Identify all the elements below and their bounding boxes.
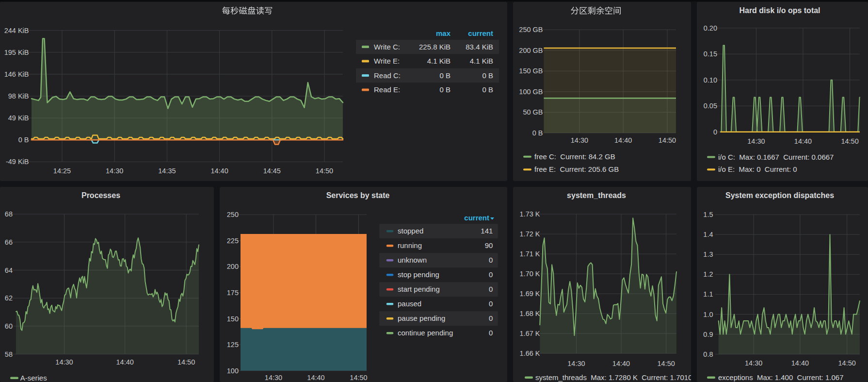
svg-text:-49 KiB: -49 KiB <box>6 158 29 166</box>
svg-text:14:40: 14:40 <box>210 167 228 175</box>
svg-text:64: 64 <box>5 266 13 274</box>
svg-text:14:45: 14:45 <box>263 167 281 175</box>
svg-text:1.72 K: 1.72 K <box>520 230 540 238</box>
svg-text:141: 141 <box>481 227 493 235</box>
svg-text:Processes: Processes <box>81 191 120 199</box>
svg-text:250 GB: 250 GB <box>519 26 543 33</box>
svg-text:Read C:: Read C: <box>374 71 401 80</box>
svg-text:1.73 K: 1.73 K <box>520 210 540 218</box>
svg-text:current: current <box>468 29 493 37</box>
svg-text:running: running <box>398 241 422 249</box>
svg-text:exceptions Max: 1.400 Curren: exceptions Max: 1.400 Current: 1.067 <box>718 373 843 382</box>
svg-text:125: 125 <box>227 341 239 349</box>
svg-text:50 GB: 50 GB <box>523 108 543 116</box>
svg-text:14:40: 14:40 <box>612 360 630 367</box>
svg-text:free C: Current: 84.2 GB: free C: Current: 84.2 GB <box>534 152 615 161</box>
svg-text:14:35: 14:35 <box>158 167 176 175</box>
svg-text:1.2: 1.2 <box>703 270 713 278</box>
svg-text:1.71 K: 1.71 K <box>520 250 540 258</box>
svg-text:0.20: 0.20 <box>704 24 717 32</box>
svg-text:0: 0 <box>489 299 493 308</box>
svg-text:14:30: 14:30 <box>745 359 762 367</box>
svg-text:14:50: 14:50 <box>838 359 856 367</box>
svg-text:0 B: 0 B <box>482 85 493 94</box>
svg-text:1.66 K: 1.66 K <box>520 349 540 357</box>
svg-text:14:50: 14:50 <box>316 167 333 175</box>
svg-text:System exception dispatches: System exception dispatches <box>725 191 834 199</box>
svg-text:stopped: stopped <box>398 227 423 235</box>
svg-text:14:40: 14:40 <box>307 374 324 382</box>
svg-text:current: current <box>464 214 489 222</box>
svg-text:225: 225 <box>227 237 239 245</box>
svg-text:244 KiB: 244 KiB <box>4 27 29 34</box>
svg-text:175: 175 <box>227 289 239 297</box>
svg-text:continue pending: continue pending <box>398 329 453 337</box>
svg-text:14:25: 14:25 <box>53 167 71 175</box>
svg-text:68: 68 <box>5 210 13 218</box>
svg-text:i/o E: Max: 0 Current: 0: i/o E: Max: 0 Current: 0 <box>718 165 797 173</box>
svg-text:system_threads: system_threads <box>567 191 626 199</box>
svg-text:66: 66 <box>5 238 13 246</box>
svg-text:146 KiB: 146 KiB <box>4 70 29 78</box>
svg-text:60: 60 <box>5 322 13 330</box>
svg-text:0.9: 0.9 <box>703 331 713 338</box>
svg-text:stop pending: stop pending <box>398 270 439 279</box>
svg-text:0: 0 <box>489 285 493 293</box>
svg-text:100: 100 <box>227 367 239 375</box>
svg-text:1.68 K: 1.68 K <box>520 310 540 317</box>
svg-text:Write C:: Write C: <box>374 43 400 51</box>
svg-text:0: 0 <box>489 256 493 264</box>
svg-text:paused: paused <box>398 299 421 308</box>
svg-text:14:50: 14:50 <box>350 374 367 382</box>
svg-text:Write E:: Write E: <box>374 57 400 65</box>
svg-text:unknown: unknown <box>398 256 427 264</box>
svg-text:1.4: 1.4 <box>703 231 713 238</box>
svg-text:14:40: 14:40 <box>614 136 632 144</box>
svg-text:14:50: 14:50 <box>659 136 676 144</box>
svg-text:49 KiB: 49 KiB <box>8 114 29 122</box>
svg-text:0.8: 0.8 <box>703 350 713 358</box>
svg-text:max: max <box>436 29 451 37</box>
svg-text:0 B: 0 B <box>532 129 543 137</box>
svg-text:195 KiB: 195 KiB <box>4 49 29 56</box>
svg-text:14:50: 14:50 <box>177 358 195 366</box>
svg-text:98 KiB: 98 KiB <box>8 92 29 100</box>
svg-text:150: 150 <box>227 315 239 323</box>
svg-text:200: 200 <box>227 263 239 270</box>
svg-text:A-series: A-series <box>20 374 47 382</box>
svg-text:0 B: 0 B <box>18 136 29 144</box>
svg-text:1.70 K: 1.70 K <box>520 270 540 278</box>
svg-text:4.1 KiB: 4.1 KiB <box>470 57 493 65</box>
svg-text:14:30: 14:30 <box>567 360 585 367</box>
svg-text:Services by state: Services by state <box>326 191 390 199</box>
svg-text:0: 0 <box>489 329 493 337</box>
svg-text:14:40: 14:40 <box>791 359 809 367</box>
svg-text:150 GB: 150 GB <box>519 67 543 75</box>
svg-text:0.05: 0.05 <box>704 102 717 110</box>
svg-text:start pending: start pending <box>398 285 440 293</box>
svg-text:1.1: 1.1 <box>703 290 713 298</box>
svg-text:250: 250 <box>227 211 239 218</box>
svg-text:pause pending: pause pending <box>398 314 445 322</box>
svg-text:4.1 KiB: 4.1 KiB <box>427 57 450 65</box>
svg-text:0 B: 0 B <box>439 71 450 80</box>
svg-text:225.8 KiB: 225.8 KiB <box>419 43 450 51</box>
svg-text:1.69 K: 1.69 K <box>520 290 540 298</box>
svg-text:1.0: 1.0 <box>703 311 713 318</box>
svg-text:Hard disk i/o ops total: Hard disk i/o ops total <box>739 6 820 15</box>
svg-text:58: 58 <box>5 350 13 358</box>
svg-text:100 GB: 100 GB <box>519 88 543 96</box>
svg-text:14:30: 14:30 <box>571 136 588 144</box>
svg-text:83.4 KiB: 83.4 KiB <box>466 43 493 51</box>
svg-text:0 B: 0 B <box>439 85 450 94</box>
svg-text:14:50: 14:50 <box>658 360 675 367</box>
svg-text:14:40: 14:40 <box>794 137 812 145</box>
svg-text:1.5: 1.5 <box>703 211 713 218</box>
svg-text:0: 0 <box>713 128 717 136</box>
svg-text:14:30: 14:30 <box>55 358 73 366</box>
svg-text:14:50: 14:50 <box>841 137 858 145</box>
svg-text:14:30: 14:30 <box>747 137 765 145</box>
svg-text:1.67 K: 1.67 K <box>520 330 540 337</box>
svg-text:0.15: 0.15 <box>704 50 717 58</box>
svg-text:Read E:: Read E: <box>374 85 400 94</box>
